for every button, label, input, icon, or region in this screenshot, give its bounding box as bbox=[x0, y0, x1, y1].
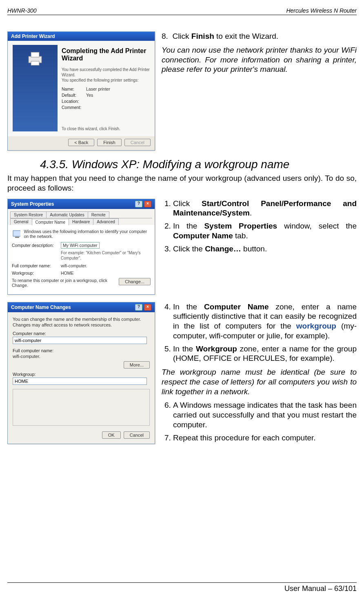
tab-advanced[interactable]: Advanced bbox=[93, 218, 118, 225]
step-5: In the Workgroup zone, enter a name for … bbox=[173, 344, 357, 364]
svg-rect-2 bbox=[31, 61, 39, 65]
workgroup-link[interactable]: workgroup bbox=[296, 322, 336, 330]
ok-button[interactable]: OK bbox=[102, 431, 121, 439]
workgroup-value: HOME bbox=[61, 271, 151, 275]
cnc-wg-label: Workgroup: bbox=[13, 372, 150, 377]
workgroup-input[interactable] bbox=[13, 378, 147, 385]
sysprops-title: System Properties bbox=[11, 201, 54, 207]
wizard-note: You can now use the network printer than… bbox=[162, 45, 357, 74]
step-7: Repeat this procedure for each computer. bbox=[173, 433, 357, 443]
cnc-title: Computer Name Changes bbox=[11, 304, 71, 310]
wizard-field-default: Yes bbox=[86, 93, 93, 98]
wizard-titlebar: Add Printer Wizard bbox=[8, 32, 155, 41]
step-1: Click Start/Control Panel/Performance an… bbox=[173, 199, 357, 218]
wizard-heading: Completing the Add Printer Wizard bbox=[62, 47, 150, 62]
header-left: HWNR-300 bbox=[7, 7, 37, 14]
member-of-groupbox bbox=[13, 389, 150, 426]
step-6: A Windows message indicates that the tas… bbox=[173, 400, 357, 429]
wizard-line1: You have successfully completed the Add … bbox=[62, 67, 150, 78]
cname-label: Computer name: bbox=[13, 331, 150, 336]
wizard-line2: You specified the following printer sett… bbox=[62, 78, 150, 83]
svg-rect-3 bbox=[13, 231, 20, 236]
help-icon[interactable]: ? bbox=[135, 201, 142, 207]
step-8-text: Click Finish to exit the Wizard. bbox=[172, 32, 278, 40]
wizard-cancel-button[interactable]: Cancel bbox=[124, 139, 151, 146]
step-3: Click the Change… button. bbox=[173, 244, 357, 254]
section-heading: 4.3.5. Windows XP: Modifying a workgroup… bbox=[40, 158, 357, 171]
sysprops-titlebar: System Properties ? × bbox=[8, 199, 155, 209]
wizard-field-name: Laser printer bbox=[86, 87, 110, 91]
workgroup-note: The workgroup name must be identical (be… bbox=[162, 367, 357, 396]
fcn-label: Full computer name: bbox=[13, 348, 150, 353]
tab-automatic-updates[interactable]: Automatic Updates bbox=[46, 211, 88, 218]
workgroup-label: Workgroup: bbox=[12, 271, 61, 275]
cancel-button[interactable]: Cancel bbox=[124, 431, 150, 439]
wizard-back-button[interactable]: < Back bbox=[68, 139, 94, 146]
fullname-value: wifi-computer. bbox=[61, 263, 151, 268]
fcn-value: wifi-computer. bbox=[13, 354, 150, 359]
close-icon[interactable]: × bbox=[144, 201, 151, 207]
svg-rect-4 bbox=[15, 237, 19, 238]
desc-label: Computer description: bbox=[12, 243, 61, 248]
tab-system-restore[interactable]: System Restore bbox=[10, 211, 47, 218]
cnc-hint: You can change the name and the membersh… bbox=[13, 316, 150, 328]
fullname-label: Full computer name: bbox=[12, 263, 61, 268]
wizard-finish-button[interactable]: Finish bbox=[97, 139, 121, 146]
computer-description-input[interactable]: My WiFi computer bbox=[61, 242, 100, 249]
wizard-bottom-hint: To close this wizard, click Finish. bbox=[62, 126, 150, 131]
section-intro: It may happen that you need to change th… bbox=[7, 173, 357, 193]
help-icon[interactable]: ? bbox=[135, 304, 142, 311]
page-footer: User Manual – 63/101 bbox=[7, 582, 357, 593]
cnc-titlebar: Computer Name Changes ? × bbox=[8, 302, 155, 312]
step-2: In the System Properties window, select … bbox=[173, 221, 357, 241]
tab-computer-name[interactable]: Computer Name bbox=[32, 219, 69, 225]
more-button[interactable]: More... bbox=[124, 361, 150, 369]
sysprops-hint: Windows uses the following information t… bbox=[24, 229, 151, 240]
change-button[interactable]: Change... bbox=[119, 278, 151, 285]
step-4: In the Computer Name zone, enter a name … bbox=[173, 302, 357, 341]
wizard-window-title: Add Printer Wizard bbox=[11, 33, 55, 39]
close-icon[interactable]: × bbox=[144, 304, 151, 311]
computer-icon bbox=[12, 229, 20, 240]
tab-remote[interactable]: Remote bbox=[88, 211, 109, 218]
computer-name-input[interactable] bbox=[13, 337, 147, 344]
printer-icon bbox=[25, 48, 45, 68]
desc-example: For example: "Kitchen Computer" or "Mary… bbox=[61, 250, 151, 261]
header-right: Hercules Wireless N Router bbox=[286, 7, 357, 14]
svg-rect-1 bbox=[31, 52, 39, 57]
tab-general[interactable]: General bbox=[10, 218, 32, 225]
page-header: HWNR-300 Hercules Wireless N Router bbox=[7, 7, 357, 15]
wizard-sidebar-graphic bbox=[13, 45, 58, 131]
tysprops-tab-hardware[interactable]: Hardware bbox=[69, 218, 93, 225]
rename-hint: To rename this computer or join a workgr… bbox=[12, 278, 117, 288]
